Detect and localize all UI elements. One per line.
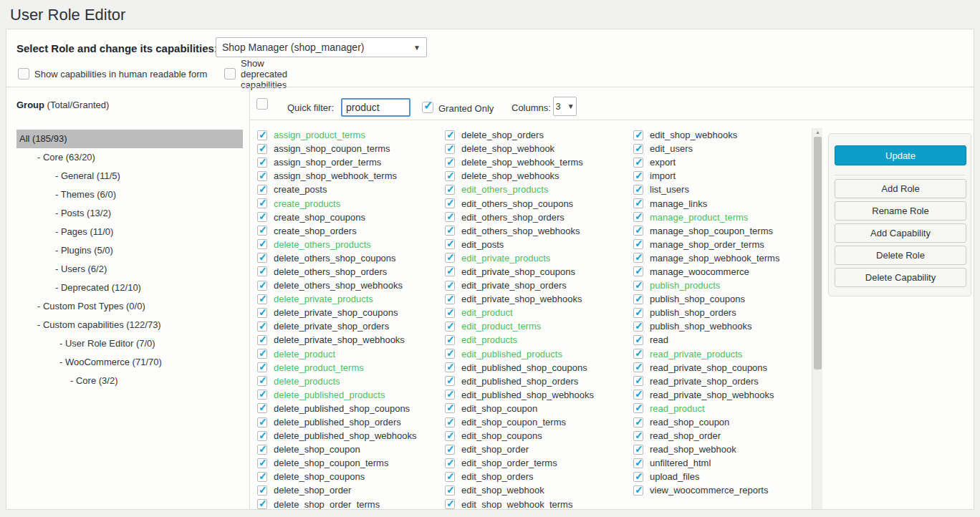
capability-checkbox[interactable]: ✓ [257, 390, 267, 400]
group-tree-item[interactable]: - Core (3/2) [16, 372, 243, 390]
group-tree-item[interactable]: - WooCommerce (71/70) [16, 353, 243, 372]
capability-checkbox[interactable]: ✓ [445, 212, 455, 222]
capability-checkbox[interactable]: ✓ [633, 212, 643, 222]
capability-checkbox[interactable]: ✓ [257, 376, 267, 386]
capability-checkbox[interactable]: ✓ [633, 390, 643, 400]
capability-checkbox[interactable]: ✓ [257, 403, 267, 413]
capability-checkbox[interactable]: ✓ [257, 144, 267, 154]
update-button[interactable]: Update [835, 145, 966, 165]
capability-checkbox[interactable]: ✓ [633, 158, 643, 168]
capability-checkbox[interactable]: ✓ [257, 130, 267, 140]
capability-checkbox[interactable]: ✓ [633, 294, 643, 304]
granted-only-checkbox[interactable]: ✓ [422, 102, 433, 113]
delete-capability-button[interactable]: Delete Capability [835, 268, 966, 287]
columns-select[interactable]: 3 ▼ [553, 97, 577, 116]
capability-checkbox[interactable]: ✓ [257, 445, 267, 455]
capability-checkbox[interactable]: ✓ [445, 239, 455, 249]
group-tree-item[interactable]: - Plugins (5/0) [16, 241, 243, 260]
add-capability-button[interactable]: Add Capability [835, 223, 966, 243]
group-tree-item[interactable]: - User Role Editor (7/0) [16, 334, 243, 353]
capability-checkbox[interactable]: ✓ [257, 158, 267, 168]
capability-checkbox[interactable]: ✓ [445, 458, 455, 468]
capability-checkbox[interactable]: ✓ [257, 472, 267, 482]
capability-checkbox[interactable]: ✓ [257, 171, 267, 181]
capability-checkbox[interactable]: ✓ [445, 266, 455, 276]
rename-role-button[interactable]: Rename Role [835, 201, 966, 221]
capability-checkbox[interactable]: ✓ [257, 417, 267, 427]
group-tree-item[interactable]: - Custom Post Types (0/0) [16, 297, 243, 316]
capability-checkbox[interactable]: ✓ [257, 458, 267, 468]
capability-checkbox[interactable]: ✓ [257, 281, 267, 291]
scrollbar-thumb[interactable] [814, 137, 822, 369]
capability-checkbox[interactable]: ✓ [445, 349, 455, 359]
capability-checkbox[interactable]: ✓ [633, 185, 643, 195]
capability-checkbox[interactable]: ✓ [633, 472, 643, 482]
capability-checkbox[interactable]: ✓ [445, 335, 455, 345]
capability-checkbox[interactable]: ✓ [445, 198, 455, 208]
capability-checkbox[interactable]: ✓ [633, 266, 643, 276]
capability-checkbox[interactable]: ✓ [445, 403, 455, 413]
capability-checkbox[interactable]: ✓ [633, 171, 643, 181]
capability-checkbox[interactable]: ✓ [257, 308, 267, 318]
capability-checkbox[interactable]: ✓ [445, 294, 455, 304]
capability-checkbox[interactable]: ✓ [257, 349, 267, 359]
deprecated-checkbox[interactable]: ✓ [224, 68, 236, 79]
capability-checkbox[interactable]: ✓ [445, 281, 455, 291]
capability-checkbox[interactable]: ✓ [445, 308, 455, 318]
capability-checkbox[interactable]: ✓ [445, 171, 455, 181]
capability-checkbox[interactable]: ✓ [445, 130, 455, 140]
role-select[interactable]: Shop Manager (shop_manager) ▼ [216, 37, 427, 57]
capability-checkbox[interactable]: ✓ [633, 308, 643, 318]
group-tree-item[interactable]: - Pages (11/0) [16, 223, 243, 241]
group-tree-item[interactable]: - Posts (13/2) [16, 204, 243, 223]
group-tree-item[interactable]: All (185/93) [16, 130, 243, 148]
capability-checkbox[interactable]: ✓ [633, 198, 643, 208]
quick-filter-input[interactable] [341, 98, 410, 117]
capability-checkbox[interactable]: ✓ [633, 144, 643, 154]
scroll-up-arrow-icon[interactable]: ▲ [812, 128, 823, 137]
capability-checkbox[interactable]: ✓ [633, 458, 643, 468]
capability-checkbox[interactable]: ✓ [633, 322, 643, 332]
capability-checkbox[interactable]: ✓ [633, 130, 643, 140]
capability-checkbox[interactable]: ✓ [445, 322, 455, 332]
capability-checkbox[interactable]: ✓ [633, 335, 643, 345]
capability-checkbox[interactable]: ✓ [257, 322, 267, 332]
group-tree-item[interactable]: - Themes (6/0) [16, 185, 243, 204]
capability-checkbox[interactable]: ✓ [445, 390, 455, 400]
capability-checkbox[interactable]: ✓ [445, 144, 455, 154]
group-tree-item[interactable]: - Users (6/2) [16, 260, 243, 279]
capability-checkbox[interactable]: ✓ [257, 431, 267, 441]
capability-checkbox[interactable]: ✓ [633, 253, 643, 263]
capability-checkbox[interactable]: ✓ [445, 226, 455, 236]
capability-checkbox[interactable]: ✓ [445, 185, 455, 195]
capability-checkbox[interactable]: ✓ [445, 485, 455, 496]
capability-checkbox[interactable]: ✓ [257, 212, 267, 222]
capability-checkbox[interactable]: ✓ [257, 266, 267, 276]
group-tree-item[interactable]: - General (11/5) [16, 167, 243, 185]
capability-checkbox[interactable]: ✓ [633, 485, 643, 496]
capability-checkbox[interactable]: ✓ [445, 417, 455, 427]
capability-checkbox[interactable]: ✓ [257, 335, 267, 345]
capability-checkbox[interactable]: ✓ [257, 198, 267, 208]
capability-checkbox[interactable]: ✓ [633, 376, 643, 386]
select-all-checkbox[interactable]: ✓ [256, 98, 268, 110]
capability-checkbox[interactable]: ✓ [633, 431, 643, 441]
capability-checkbox[interactable]: ✓ [633, 239, 643, 249]
human-readable-checkbox[interactable]: ✓ [18, 68, 29, 79]
capability-checkbox[interactable]: ✓ [445, 253, 455, 263]
capability-checkbox[interactable]: ✓ [445, 445, 455, 455]
capability-checkbox[interactable]: ✓ [633, 281, 643, 291]
add-role-button[interactable]: Add Role [835, 179, 966, 198]
capability-checkbox[interactable]: ✓ [257, 239, 267, 249]
capability-checkbox[interactable]: ✓ [257, 499, 267, 509]
capability-checkbox[interactable]: ✓ [257, 294, 267, 304]
capabilities-scrollbar[interactable]: ▲ [812, 128, 822, 509]
capability-checkbox[interactable]: ✓ [445, 472, 455, 482]
capability-checkbox[interactable]: ✓ [633, 349, 643, 359]
capability-checkbox[interactable]: ✓ [257, 485, 267, 496]
capability-checkbox[interactable]: ✓ [633, 226, 643, 236]
capability-checkbox[interactable]: ✓ [257, 226, 267, 236]
capability-checkbox[interactable]: ✓ [257, 362, 267, 372]
capability-checkbox[interactable]: ✓ [633, 362, 643, 372]
capability-checkbox[interactable]: ✓ [445, 499, 455, 509]
